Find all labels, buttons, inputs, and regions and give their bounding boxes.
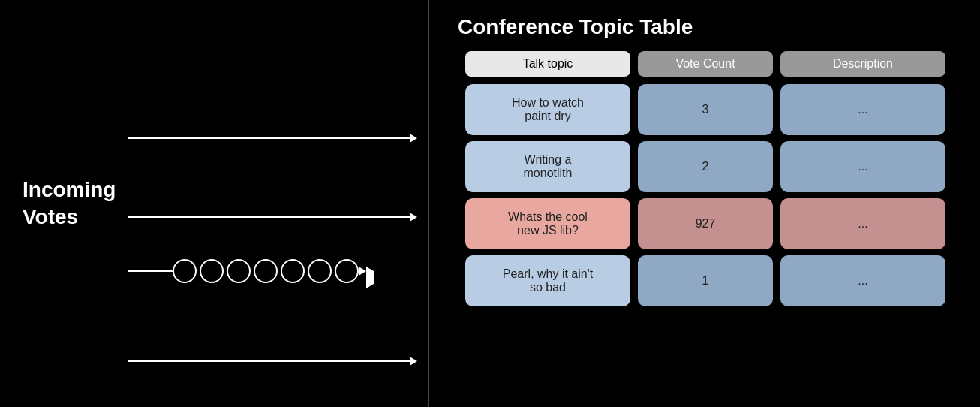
arrow-line-4 [128, 360, 416, 362]
row1-vote: 3 [638, 84, 773, 135]
row2-desc: ... [780, 141, 945, 192]
row4-vote: 1 [638, 255, 773, 306]
header-description: Description [780, 51, 945, 77]
table-row: Pearl, why it ain't so bad 1 ... [450, 255, 965, 306]
row3-topic: Whats the cool new JS lib? [465, 198, 630, 249]
arrow-line-2 [128, 216, 416, 218]
row2-topic: Writing a monotlith [465, 141, 630, 192]
vote-circle-3 [227, 259, 251, 283]
row3-vote: 927 [638, 198, 773, 249]
header-vote-count: Vote Count [638, 51, 773, 77]
row3-desc: ... [780, 198, 945, 249]
table-container: Talk topic Vote Count Description How to… [450, 51, 965, 306]
arrow-line-1 [128, 137, 416, 139]
vote-circle-2 [200, 259, 224, 283]
vote-circle-4 [254, 259, 278, 283]
row1-topic: How to watch paint dry [465, 84, 630, 135]
right-panel: Conference Topic Table Talk topic Vote C… [428, 0, 980, 407]
vote-queue [128, 259, 366, 283]
table-row: Whats the cool new JS lib? 927 ... [450, 198, 965, 249]
incoming-votes-label: Incoming Votes [23, 176, 113, 231]
table-title: Conference Topic Table [450, 15, 965, 39]
header-talk-topic: Talk topic [465, 51, 630, 77]
table-rows: How to watch paint dry 3 ... Writing a m… [450, 84, 965, 306]
row2-vote: 2 [638, 141, 773, 192]
row4-topic: Pearl, why it ain't so bad [465, 255, 630, 306]
table-header: Talk topic Vote Count Description [450, 51, 965, 77]
table-row: How to watch paint dry 3 ... [450, 84, 965, 135]
vote-circle-6 [308, 259, 332, 283]
row4-desc: ... [780, 255, 945, 306]
row1-desc: ... [780, 84, 945, 135]
left-panel: Incoming Votes [0, 0, 428, 407]
vote-circle-1 [173, 259, 197, 283]
table-row: Writing a monotlith 2 ... [450, 141, 965, 192]
queue-arrow [359, 267, 366, 276]
vote-circle-5 [281, 259, 305, 283]
queue-circles [173, 259, 359, 283]
vote-circle-7 [335, 259, 359, 283]
